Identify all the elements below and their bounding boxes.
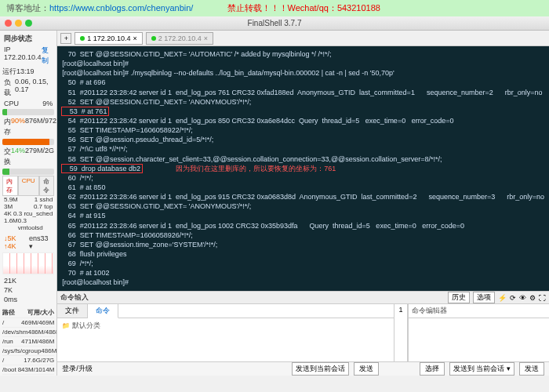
send-button-2[interactable]: 发送 xyxy=(519,362,544,376)
terminal-output[interactable]: 70 SET @@SESSION.GTID_NEXT= 'AUTOMATIC' … xyxy=(57,46,549,291)
tab-cpu[interactable]: CPU xyxy=(18,176,39,196)
send-all-select[interactable]: 发送到 当前会话 ▾ xyxy=(449,362,514,376)
close-tab-icon[interactable]: × xyxy=(204,34,208,42)
network-chart xyxy=(2,252,54,274)
sidebar: 同步状态 IP 172.20.10.4复制 运行13:19 负载0.06, 0.… xyxy=(0,31,57,376)
session-tabbar: + 1 172.20.10.4× 2 172.20.10.4× xyxy=(57,31,549,46)
command-editor-area[interactable] xyxy=(409,318,549,321)
app-title: FinalShell 3.7.7 xyxy=(248,19,302,27)
maximize-icon[interactable] xyxy=(25,20,32,27)
minimize-icon[interactable] xyxy=(15,20,22,27)
options-button[interactable]: 选项 xyxy=(473,292,495,303)
send-button[interactable]: 发送 xyxy=(354,362,379,376)
bolt-icon[interactable]: ⚡ xyxy=(498,294,507,302)
login-link[interactable]: 登录/升级 xyxy=(62,364,93,374)
send-target-select[interactable]: 发送到当前会话 xyxy=(292,362,349,376)
tab-session-2[interactable]: 2 172.20.10.4× xyxy=(146,32,213,45)
close-icon[interactable] xyxy=(5,20,12,27)
blog-banner: 博客地址：https://www.cnblogs.com/chenyanbin/… xyxy=(0,0,549,16)
command-editor-label: 命令编辑器 xyxy=(409,304,549,318)
highlighted-line-59: 59 drop database db2 xyxy=(62,165,142,172)
eye-icon[interactable]: 👁 xyxy=(519,294,526,302)
blog-link[interactable]: https://www.cnblogs.com/chenyanbin/ xyxy=(49,3,193,13)
tab-mem[interactable]: 内存 xyxy=(2,176,18,196)
tab-file[interactable]: 文件 xyxy=(57,304,88,318)
refresh-icon[interactable]: ⟳ xyxy=(510,294,516,302)
add-tab-button[interactable]: + xyxy=(60,33,71,44)
command-input-label: 命令输入 xyxy=(60,292,89,303)
tab-command[interactable]: 命令 xyxy=(88,304,118,318)
folder-item[interactable]: 默认分类 xyxy=(62,321,100,329)
tab-cmd[interactable]: 命令 xyxy=(39,176,55,196)
history-button[interactable]: 历史 xyxy=(448,292,470,303)
annotation-text: 因为我们在这里删库的，所以要恢复的坐标为：761 xyxy=(176,165,336,172)
select-button[interactable]: 选择 xyxy=(420,362,445,376)
expand-icon[interactable]: ⛶ xyxy=(539,294,546,302)
close-tab-icon[interactable]: × xyxy=(133,34,136,42)
copy-link[interactable]: 复制 xyxy=(42,45,53,66)
highlighted-line-53: 53 # at 761 xyxy=(62,107,108,115)
tab-session-1[interactable]: 1 172.20.10.4× xyxy=(75,32,142,45)
window-titlebar: FinalShell 3.7.7 xyxy=(0,16,549,31)
row-number: 1 xyxy=(394,304,408,361)
settings-icon[interactable]: ⚙ xyxy=(529,294,536,302)
